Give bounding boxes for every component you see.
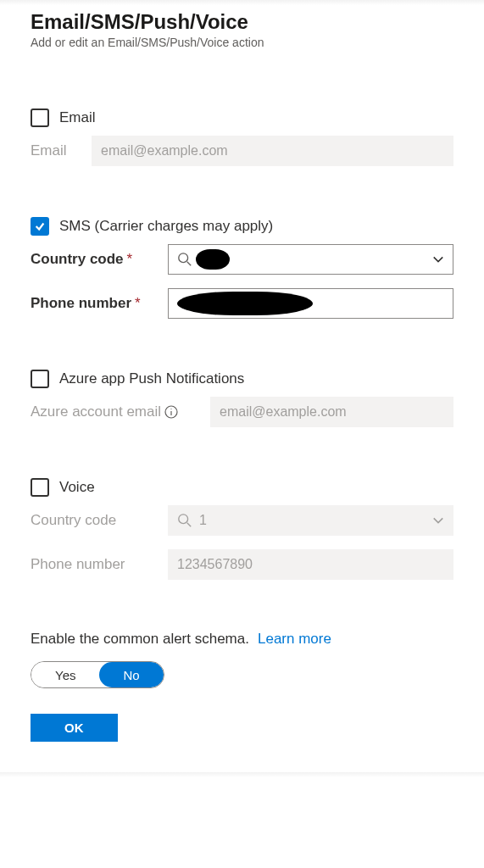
required-asterisk: * [127,251,133,268]
push-section: Azure app Push Notifications Azure accou… [31,370,453,427]
push-checkbox-label: Azure app Push Notifications [59,370,244,387]
label-text: Phone number [31,295,131,312]
learn-more-link[interactable]: Learn more [258,631,331,648]
sms-phone-input[interactable] [168,288,453,319]
label-text: Country code [31,251,124,268]
voice-country-code-value: 1 [199,513,426,528]
push-placeholder: email@example.com [220,404,444,420]
label-text: Azure account email [31,403,161,420]
chevron-down-icon [432,515,444,526]
toggle-yes-button[interactable]: Yes [31,662,99,687]
svg-point-4 [170,409,171,409]
svg-line-1 [187,262,192,266]
email-field-label: Email [31,142,81,159]
redacted-phone [177,292,313,315]
search-icon [177,513,192,528]
search-icon [177,252,192,267]
voice-phone-placeholder: 1234567890 [177,557,444,572]
voice-checkbox-label: Voice [59,479,95,496]
email-section: Email Email email@example.com [31,108,453,166]
svg-point-0 [179,253,188,263]
ok-button[interactable]: OK [31,714,118,742]
voice-checkbox[interactable] [31,478,49,497]
info-icon[interactable] [164,405,178,419]
check-icon [34,220,46,232]
sms-checkbox-label: SMS (Carrier charges may apply) [59,218,273,235]
page-subtitle: Add or edit an Email/SMS/Push/Voice acti… [31,36,453,49]
email-placeholder: email@example.com [101,143,444,159]
schema-toggle: Yes No [31,661,164,688]
sms-checkbox[interactable] [31,217,49,236]
svg-point-5 [179,515,188,524]
email-input[interactable]: email@example.com [92,136,453,166]
redacted-country-code [196,249,230,270]
push-email-input[interactable]: email@example.com [210,397,453,427]
push-checkbox[interactable] [31,370,49,388]
voice-phone-label: Phone number [31,556,158,573]
required-asterisk: * [135,295,141,312]
push-field-label: Azure account email [31,403,200,420]
voice-country-code-dropdown[interactable]: 1 [168,505,453,536]
voice-country-code-label: Country code [31,512,158,529]
schema-text: Enable the common alert schema. [31,631,249,648]
page-title: Email/SMS/Push/Voice [31,0,453,34]
sms-section: SMS (Carrier charges may apply) Country … [31,217,453,319]
schema-row: Enable the common alert schema. Learn mo… [31,631,453,648]
sms-country-code-label: Country code * [31,251,158,268]
email-checkbox-label: Email [59,109,96,126]
svg-line-6 [187,523,192,527]
sms-country-code-dropdown[interactable] [168,244,453,275]
voice-phone-input[interactable]: 1234567890 [168,549,453,580]
toggle-no-button[interactable]: No [99,662,163,687]
voice-section: Voice Country code 1 Phone number 123456… [31,478,453,580]
email-checkbox[interactable] [31,108,49,127]
chevron-down-icon [432,253,444,265]
sms-phone-label: Phone number * [31,295,158,312]
